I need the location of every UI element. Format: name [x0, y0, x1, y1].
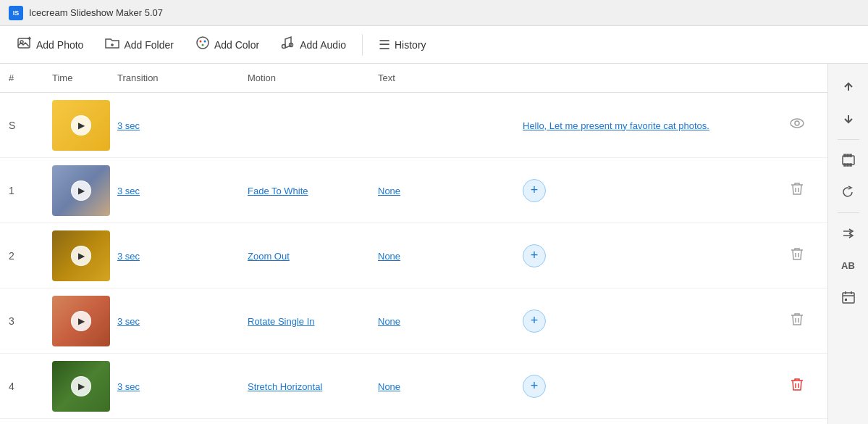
table-row: S ▶ 3 sec Hello, Let me present my favor…	[0, 93, 827, 158]
add-photo-icon	[17, 36, 32, 53]
row-1-delete-button[interactable]	[791, 181, 804, 199]
col-action-header	[775, 70, 819, 86]
row-3-action	[775, 312, 819, 330]
row-1-add-text-button[interactable]: +	[523, 179, 546, 202]
svg-point-5	[201, 44, 203, 46]
row-s-num: S	[9, 120, 52, 131]
svg-point-4	[203, 41, 206, 43]
film-strip-button[interactable]	[834, 146, 863, 175]
move-up-button[interactable]	[834, 72, 863, 101]
row-2-time[interactable]: 3 sec	[117, 250, 248, 262]
main-area: # Time Transition Motion Text S ▶ 3 sec	[0, 64, 868, 424]
row-2-thumbnail[interactable]: ▶	[52, 230, 110, 281]
row-1-action	[775, 181, 819, 199]
app-icon: IS	[9, 6, 23, 20]
svg-point-3	[199, 41, 201, 43]
row-3-thumbnail[interactable]: ▶	[52, 296, 110, 346]
move-down-button[interactable]	[834, 104, 863, 133]
row-1-thumbnail[interactable]: ▶	[52, 165, 110, 216]
add-audio-button[interactable]: Add Audio	[272, 31, 355, 58]
row-1-thumb-cell: ▶	[52, 165, 117, 216]
row-2-add-text-button[interactable]: +	[523, 244, 546, 267]
row-1-time[interactable]: 3 sec	[117, 185, 248, 196]
row-1-motion[interactable]: None	[378, 185, 523, 196]
row-3-transition[interactable]: Rotate Single In	[248, 315, 378, 327]
text-ab-button[interactable]: AB	[834, 251, 863, 280]
row-4-delete-button[interactable]	[791, 377, 804, 395]
row-2-play-icon: ▶	[71, 246, 91, 266]
row-1-text[interactable]: +	[523, 179, 775, 202]
shuffle-button[interactable]	[834, 219, 863, 248]
row-2-transition[interactable]: Zoom Out	[248, 250, 378, 262]
rotate-button[interactable]	[834, 178, 863, 207]
row-2-play-overlay: ▶	[52, 230, 110, 281]
row-3-play-overlay: ▶	[52, 296, 110, 346]
calendar-button[interactable]	[834, 283, 863, 312]
row-3-play-icon: ▶	[71, 311, 91, 331]
row-2-action	[775, 246, 819, 265]
row-2-text[interactable]: +	[523, 244, 775, 267]
row-3-time[interactable]: 3 sec	[117, 315, 248, 327]
row-2-delete-button[interactable]	[791, 246, 804, 265]
right-sidebar: AB	[827, 64, 868, 424]
row-4-thumb-cell: ▶	[52, 361, 117, 412]
table-header: # Time Transition Motion Text	[0, 64, 827, 93]
row-3-thumb-cell: ▶	[52, 296, 117, 346]
title-bar: IS Icecream Slideshow Maker 5.07	[0, 0, 868, 26]
history-button[interactable]: ☰ History	[370, 33, 435, 57]
row-3-delete-button[interactable]	[791, 312, 804, 330]
svg-rect-17	[843, 293, 854, 303]
row-3-motion[interactable]: None	[378, 315, 523, 327]
add-folder-button[interactable]: Add Folder	[96, 32, 182, 57]
row-4-action	[775, 377, 819, 395]
toolbar: Add Photo Add Folder Add Color	[0, 26, 868, 64]
add-audio-label: Add Audio	[300, 39, 346, 51]
table-row: 3 ▶ 3 sec Rotate Single In None +	[0, 288, 827, 354]
table-row: 2 ▶ 3 sec Zoom Out None +	[0, 223, 827, 288]
row-1-num: 1	[9, 185, 52, 196]
row-s-play-icon: ▶	[71, 115, 91, 136]
row-2-motion[interactable]: None	[378, 250, 523, 262]
toolbar-divider	[362, 34, 363, 56]
col-transition-header: Transition	[117, 70, 248, 86]
col-time-header: Time	[52, 70, 117, 86]
row-3-text[interactable]: +	[523, 309, 775, 333]
row-4-transition[interactable]: Stretch Horizontal	[248, 381, 378, 392]
sidebar-divider-1	[838, 139, 859, 140]
row-s-action	[775, 117, 819, 133]
row-3-add-text-button[interactable]: +	[523, 309, 546, 333]
row-4-play-overlay: ▶	[52, 361, 110, 412]
row-4-thumbnail[interactable]: ▶	[52, 361, 110, 412]
row-4-num: 4	[9, 381, 52, 392]
add-photo-button[interactable]: Add Photo	[9, 32, 92, 57]
svg-point-6	[282, 45, 286, 49]
svg-point-9	[795, 121, 799, 125]
row-s-thumb-overlay: ▶	[52, 100, 110, 151]
table-row: 1 ▶ 3 sec Fade To White None +	[0, 158, 827, 223]
svg-rect-0	[18, 38, 30, 48]
row-s-thumb-cell: ▶	[52, 100, 117, 151]
row-s-text[interactable]: Hello, Let me present my favorite cat ph…	[523, 120, 775, 131]
svg-point-8	[791, 119, 804, 128]
row-2-num: 2	[9, 250, 52, 262]
row-s-thumbnail[interactable]: ▶	[52, 100, 110, 151]
history-icon: ☰	[379, 37, 390, 53]
row-4-add-text-button[interactable]: +	[523, 375, 546, 398]
row-1-transition[interactable]: Fade To White	[248, 185, 378, 196]
sidebar-divider-2	[838, 212, 859, 213]
row-s-time[interactable]: 3 sec	[117, 120, 248, 131]
row-4-time[interactable]: 3 sec	[117, 381, 248, 392]
add-folder-icon	[105, 36, 119, 53]
row-4-text[interactable]: +	[523, 375, 775, 398]
col-motion-header: Motion	[248, 70, 378, 86]
add-color-label: Add Color	[214, 39, 259, 51]
row-s-eye-button[interactable]	[790, 117, 804, 133]
add-color-button[interactable]: Add Color	[187, 31, 268, 58]
row-4-motion[interactable]: None	[378, 381, 523, 392]
add-audio-icon	[281, 36, 295, 54]
col-num-header: #	[9, 70, 52, 86]
svg-rect-10	[843, 156, 854, 165]
history-label: History	[395, 39, 426, 51]
row-3-num: 3	[9, 315, 52, 327]
row-4-play-icon: ▶	[71, 376, 91, 396]
